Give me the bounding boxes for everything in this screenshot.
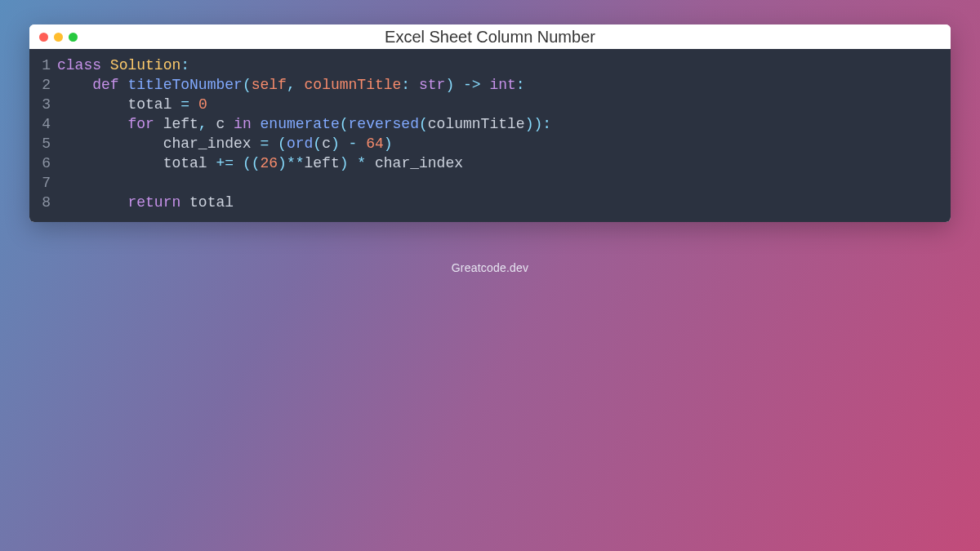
footer-credit: Greatcode.dev [0, 261, 980, 274]
code-line: 7 [29, 173, 951, 193]
code-text: for left, c in enumerate(reversed(column… [57, 114, 951, 134]
minimize-icon[interactable] [54, 33, 63, 42]
line-number: 2 [29, 75, 57, 95]
title-bar: Excel Sheet Column Number [29, 24, 951, 49]
window-controls [39, 33, 78, 42]
line-number: 3 [29, 95, 57, 114]
maximize-icon[interactable] [69, 33, 78, 42]
code-line: 6 total += ((26)**left) * char_index [29, 153, 951, 173]
line-number: 6 [29, 153, 57, 173]
code-line: 5 char_index = (ord(c) - 64) [29, 134, 951, 153]
code-line: 4 for left, c in enumerate(reversed(colu… [29, 114, 951, 134]
code-text: total += ((26)**left) * char_index [57, 153, 951, 173]
code-line: 1 class Solution: [29, 56, 951, 75]
code-line: 3 total = 0 [29, 95, 951, 114]
code-line: 8 return total [29, 193, 951, 212]
code-editor: 1 class Solution: 2 def titleToNumber(se… [29, 49, 951, 222]
code-text: total = 0 [57, 95, 951, 114]
line-number: 5 [29, 134, 57, 153]
code-text: class Solution: [57, 56, 951, 75]
line-number: 8 [29, 193, 57, 212]
close-icon[interactable] [39, 33, 48, 42]
code-text: def titleToNumber(self, columnTitle: str… [57, 75, 951, 95]
line-number: 1 [29, 56, 57, 75]
code-text [57, 173, 951, 193]
code-text: char_index = (ord(c) - 64) [57, 134, 951, 153]
code-text: return total [57, 193, 951, 212]
window-title: Excel Sheet Column Number [29, 28, 951, 47]
code-window: Excel Sheet Column Number 1 class Soluti… [29, 24, 951, 222]
line-number: 7 [29, 173, 57, 193]
line-number: 4 [29, 114, 57, 134]
code-line: 2 def titleToNumber(self, columnTitle: s… [29, 75, 951, 95]
